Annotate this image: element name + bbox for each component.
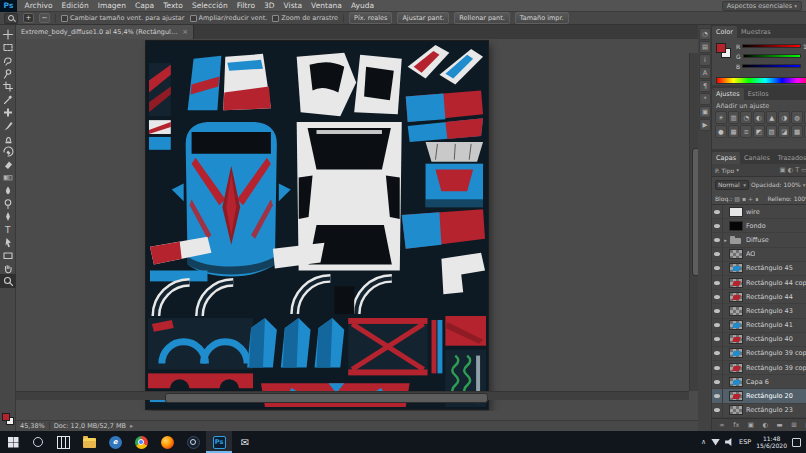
tab-channels[interactable]: Canales xyxy=(740,152,774,164)
spectrum-ramp[interactable] xyxy=(716,77,806,84)
layers-panel-button[interactable]: ∞ xyxy=(719,421,724,429)
zoom-in-toggle[interactable]: + xyxy=(23,13,34,23)
menu-item[interactable]: Edición xyxy=(57,0,93,11)
collapsed-panel-icon[interactable]: ▶ xyxy=(699,119,711,131)
layer-row[interactable]: AO xyxy=(712,248,806,262)
lock-icon[interactable]: ▨ xyxy=(734,195,740,202)
layer-row[interactable]: Rectángulo 41 xyxy=(712,319,806,333)
lock-icon[interactable]: ∎ xyxy=(755,195,759,202)
adjustment-icon[interactable]: ◐ xyxy=(753,111,765,124)
tab-adjustments[interactable]: Ajustes xyxy=(712,88,744,100)
visibility-toggle[interactable] xyxy=(712,248,723,261)
layer-row[interactable]: Rectángulo 45 xyxy=(712,262,806,276)
horizontal-scrollbar[interactable] xyxy=(16,391,689,400)
document-canvas[interactable] xyxy=(146,41,488,409)
blend-mode-select[interactable]: Normal ▾ xyxy=(715,180,749,190)
gradient-tool[interactable] xyxy=(4,176,12,181)
rectangle-tool[interactable] xyxy=(4,253,12,259)
volume-icon[interactable] xyxy=(725,438,734,446)
tray-expand-icon[interactable]: ∧ xyxy=(701,438,706,446)
notification-center-icon[interactable] xyxy=(792,438,801,447)
taskbar-clock[interactable]: 11:48 15/6/2020 xyxy=(756,435,787,449)
menu-item[interactable]: Capa xyxy=(130,0,158,11)
actual-pixels-button[interactable]: Píx. reales xyxy=(349,12,392,24)
lasso-tool[interactable] xyxy=(5,58,12,65)
layers-panel-button[interactable]: fx xyxy=(733,421,739,429)
zoom-level-field[interactable]: 45,38% xyxy=(20,422,45,430)
status-flyout-icon[interactable]: ▸ xyxy=(130,422,133,430)
fill-value[interactable]: 100% xyxy=(794,195,806,202)
pen-tool[interactable] xyxy=(6,212,10,221)
menu-item[interactable]: 3D xyxy=(260,0,280,11)
wifi-icon[interactable] xyxy=(711,439,720,446)
collapsed-panel-icon[interactable]: A xyxy=(699,67,711,79)
workspace-switcher[interactable]: Aspectos esenciales ▾ xyxy=(722,1,802,11)
rectangular-marquee-tool[interactable] xyxy=(4,45,12,51)
color-slider[interactable]: G 35 xyxy=(736,51,806,61)
color-slider[interactable]: R 181 xyxy=(736,41,806,51)
layer-row[interactable]: Rectángulo 39 copia xyxy=(712,361,806,375)
visibility-toggle[interactable] xyxy=(712,375,723,388)
opacity-value[interactable]: 100% xyxy=(784,181,801,188)
taskbar-app[interactable] xyxy=(76,431,102,453)
visibility-toggle[interactable] xyxy=(712,304,723,317)
adjustment-icon[interactable]: ◔ xyxy=(740,111,752,124)
color-swatches[interactable] xyxy=(2,413,14,425)
adjustment-icon[interactable]: ▲ xyxy=(766,111,778,124)
foreground-color-swatch[interactable] xyxy=(2,413,10,421)
tab-styles[interactable]: Estilos xyxy=(744,88,773,100)
filter-icon[interactable]: ◐ xyxy=(788,166,794,174)
visibility-toggle[interactable] xyxy=(712,290,723,303)
clone-stamp-tool[interactable] xyxy=(6,138,12,144)
adjustment-icon[interactable]: ● xyxy=(715,125,727,138)
language-indicator[interactable]: ESP xyxy=(739,438,751,446)
adjustment-icon[interactable]: ▦ xyxy=(728,125,740,138)
visibility-toggle[interactable] xyxy=(712,333,723,346)
layer-row[interactable]: wire xyxy=(712,205,806,219)
document-tab[interactable]: Extreme_body_diffuse1.0 al 45,4% (Rectán… xyxy=(16,25,194,39)
layer-row[interactable]: Rectángulo 23 xyxy=(712,404,806,418)
menu-item[interactable]: Ayuda xyxy=(346,0,378,11)
taskbar-app[interactable] xyxy=(128,431,154,453)
channel-value[interactable]: 46 xyxy=(803,63,806,70)
taskbar-app[interactable] xyxy=(50,431,76,453)
layer-row[interactable]: Rectángulo 20 xyxy=(712,389,806,403)
type-tool[interactable]: T xyxy=(4,225,11,235)
layer-row[interactable]: Rectángulo 44 xyxy=(712,290,806,304)
lock-icon[interactable]: ▪ xyxy=(742,195,746,202)
filter-icon[interactable]: ▣ xyxy=(779,166,785,174)
visibility-toggle[interactable] xyxy=(712,219,723,232)
eraser-tool[interactable] xyxy=(5,162,12,170)
visibility-toggle[interactable] xyxy=(712,404,723,417)
layer-row[interactable]: ▸ Diffuse xyxy=(712,233,806,247)
path-selection-tool[interactable] xyxy=(6,238,12,247)
adjustment-icon[interactable]: ▧ xyxy=(766,125,778,138)
layer-row[interactable]: Capa 6 xyxy=(712,375,806,389)
layer-row[interactable]: Rectángulo 40 xyxy=(712,333,806,347)
adjustment-icon[interactable]: ▥ xyxy=(728,111,740,124)
visibility-toggle[interactable] xyxy=(712,389,723,402)
menu-item[interactable]: Texto xyxy=(159,0,188,11)
print-size-button[interactable]: Tamaño impr. xyxy=(515,12,569,24)
adjustment-icon[interactable]: ≡ xyxy=(740,125,752,138)
tab-swatches[interactable]: Muestras xyxy=(737,26,775,38)
layer-row[interactable]: Rectángulo 44 copia xyxy=(712,276,806,290)
layer-row[interactable]: Rectángulo 39 copia 5 xyxy=(712,347,806,361)
tab-layers[interactable]: Capas xyxy=(712,152,740,164)
start-button[interactable] xyxy=(0,431,26,453)
adjustment-icon[interactable]: ◍ xyxy=(791,111,803,124)
collapsed-panel-icon[interactable]: ▤ xyxy=(699,41,711,53)
menu-item[interactable]: Ventana xyxy=(307,0,347,11)
menu-item[interactable]: Archivo xyxy=(20,0,57,11)
visibility-toggle[interactable] xyxy=(712,276,723,289)
taskbar-app[interactable]: ✉ xyxy=(232,431,258,453)
visibility-toggle[interactable] xyxy=(712,205,723,218)
zoom-out-toggle[interactable]: − xyxy=(39,13,50,23)
history-brush-tool[interactable] xyxy=(4,147,13,156)
layer-row[interactable]: Fondo xyxy=(712,219,806,233)
menu-item[interactable]: Vista xyxy=(279,0,307,11)
tab-color[interactable]: Color xyxy=(712,26,737,38)
vertical-scrollbar[interactable] xyxy=(689,53,698,391)
collapsed-panel-icon[interactable]: ◔ xyxy=(699,28,711,40)
tab-paths[interactable]: Trazados xyxy=(774,152,806,164)
